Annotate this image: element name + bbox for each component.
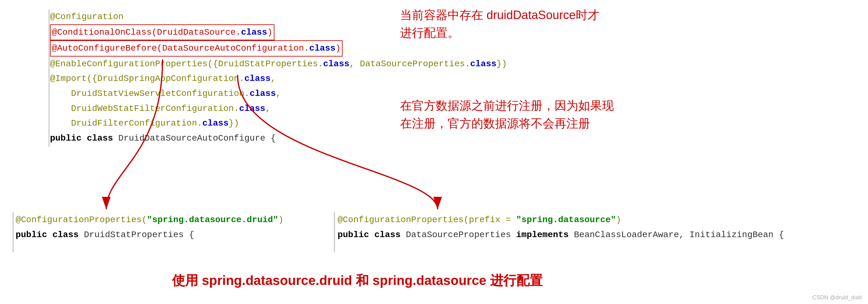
annotation-import-end: , — [271, 74, 276, 83]
annotation-line6: DruidStatViewServletConfiguration. — [50, 89, 250, 98]
conditional-on-class-box: @ConditionalOnClass(DruidDataSource.clas… — [50, 24, 274, 41]
class-kw-4a: class — [323, 59, 349, 69]
bottom-left-annotation: @ConfigurationProperties( — [16, 215, 147, 225]
annotation-enable-end: }) — [496, 59, 507, 69]
bottom-right-rest: BeanClassLoaderAware, InitializingBean { — [568, 230, 784, 240]
code-block-bottom-left: @ConfigurationProperties("spring.datasou… — [16, 212, 283, 242]
annotation-enable-mid: , DataSourceProperties. — [349, 59, 470, 69]
annotation-line7: DruidWebStatFilterConfiguration. — [50, 104, 239, 113]
class-kw-5: class — [244, 74, 271, 83]
annotation-line8: DruidFilterConfiguration. — [50, 119, 202, 128]
code-line-5: @Import({DruidSpringAopConfiguration.cla… — [50, 71, 507, 86]
annotation-mid-right: 在官方数据源之前进行注册，因为如果现 在注册，官方的数据源将不会再注册 — [400, 97, 614, 132]
annotation-bottom: 使用 spring.datasource.druid 和 spring.data… — [172, 272, 542, 289]
bottom-right-line1: @ConfigurationProperties(prefix = "sprin… — [338, 212, 784, 228]
annotation-mid-line1: 在官方数据源之前进行注册，因为如果现 — [400, 97, 614, 115]
main-container: @Configuration @ConditionalOnClass(Druid… — [0, 0, 868, 304]
bottom-right-implements: implements — [516, 230, 568, 240]
annotation-autoconfig: @AutoConfigureBefore(DataSourceAutoConfi… — [52, 43, 309, 53]
annotation-line6-end: , — [276, 89, 281, 98]
code-block-bottom-right: @ConfigurationProperties(prefix = "sprin… — [338, 212, 784, 242]
paren-close-2: ) — [267, 28, 273, 37]
class-kw-8: class — [202, 119, 228, 128]
bottom-right-annotation: @ConfigurationProperties(prefix = — [338, 215, 516, 225]
annotation-import: @Import({DruidSpringAopConfiguration. — [50, 74, 244, 83]
annotation-mid-line2: 在注册，官方的数据源将不会再注册 — [400, 115, 614, 132]
annotation-configuration: @Configuration — [50, 12, 123, 22]
class-druid: DruidDataSourceAutoConfigure { — [113, 133, 276, 143]
code-line-9: public class DruidDataSourceAutoConfigur… — [50, 131, 507, 146]
bottom-left-string: "spring.datasource.druid" — [147, 215, 278, 225]
bottom-right-classname: DataSourceProperties — [401, 230, 516, 240]
bottom-left-classname: DruidStatProperties { — [79, 230, 194, 240]
code-line-3: @AutoConfigureBefore(DataSourceAutoConfi… — [50, 40, 507, 57]
bottom-left-line1: @ConfigurationProperties("spring.datasou… — [16, 212, 283, 228]
bottom-left-public: public — [16, 230, 53, 240]
class-kw-6: class — [250, 89, 276, 98]
bottom-right-class: class — [374, 230, 401, 240]
bottom-right-paren: ) — [616, 215, 621, 225]
bottom-right-string: "spring.datasource" — [516, 215, 616, 225]
code-left-border-bottom-right — [334, 212, 335, 252]
class-kw-4b: class — [470, 59, 496, 69]
bottom-right-public: public — [338, 230, 374, 240]
class-keyword-3: class — [309, 43, 335, 53]
bottom-right-line2: public class DataSourceProperties implem… — [338, 228, 784, 242]
annotation-enable: @EnableConfigurationProperties({DruidSta… — [50, 59, 323, 69]
code-left-border-top — [49, 9, 50, 147]
annotation-top-line2: 进行配置。 — [400, 24, 599, 42]
code-left-border-bottom-left — [12, 212, 14, 252]
paren-close-3: ) — [335, 43, 341, 53]
annotation-conditional: @ConditionalOnClass(DruidDataSource. — [52, 28, 241, 37]
bottom-left-class: class — [53, 230, 79, 240]
class-keyword-2: class — [241, 28, 267, 37]
bottom-left-paren: ) — [278, 215, 283, 225]
keyword-public: public — [50, 133, 87, 143]
class-kw-7: class — [239, 104, 266, 113]
annotation-line7-end: , — [266, 104, 271, 113]
annotation-top-line1: 当前容器中存在 druidDataSource时才 — [400, 6, 599, 24]
watermark: CSDN @druid_duid — [812, 294, 862, 301]
bottom-left-line2: public class DruidStatProperties { — [16, 228, 283, 242]
annotation-top-right: 当前容器中存在 druidDataSource时才 进行配置。 — [400, 6, 599, 42]
code-line-4: @EnableConfigurationProperties({DruidSta… — [50, 57, 507, 72]
annotation-line8-end: }) — [228, 119, 239, 128]
keyword-class: class — [87, 133, 113, 143]
auto-configure-before-box: @AutoConfigureBefore(DataSourceAutoConfi… — [50, 40, 343, 57]
